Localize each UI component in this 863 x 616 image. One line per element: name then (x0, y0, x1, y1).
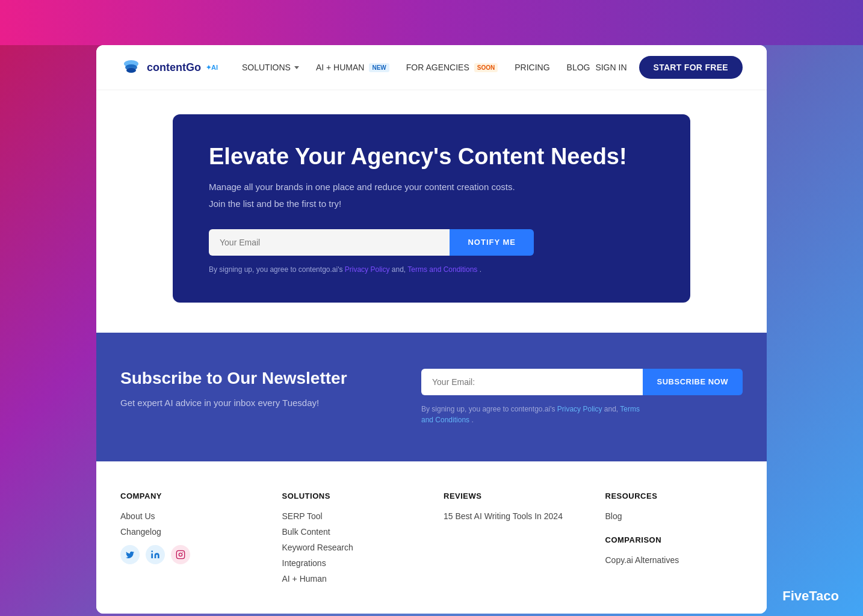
nav-ai-human[interactable]: AI + HUMAN NEW (316, 63, 389, 72)
logo[interactable]: contentGo ✦AI (120, 57, 218, 78)
newsletter-section: Subscribe to Our Newsletter Get expert A… (96, 333, 767, 461)
privacy-policy-link[interactable]: Privacy Policy (345, 265, 390, 274)
newsletter-privacy-link[interactable]: Privacy Policy (557, 405, 602, 413)
footer-ai-human-link[interactable]: AI + Human (282, 574, 420, 584)
footer-solutions-title: SOLUTIONS (282, 491, 420, 500)
svg-rect-4 (176, 550, 184, 558)
agency-desc-2: Join the list and be the first to try! (209, 197, 654, 211)
svg-point-2 (126, 68, 136, 73)
nav-solutions[interactable]: SOLUTIONS (242, 63, 299, 72)
footer-company-title: COMPANY (120, 491, 258, 500)
footer-grid: COMPANY About Us Changelog (120, 491, 743, 590)
navbar: contentGo ✦AI SOLUTIONS AI + HUMAN NEW F… (96, 45, 767, 90)
twitter-icon[interactable] (120, 545, 140, 564)
footer-comparison-title: COMPARISON (605, 535, 743, 544)
footer-copyai-link[interactable]: Copy.ai Alternatives (605, 555, 743, 565)
agency-desc-1: Manage all your brands in one place and … (209, 180, 654, 194)
svg-point-6 (182, 552, 183, 552)
newsletter-right: SUBSCRIBE NOW By signing up, you agree t… (421, 369, 743, 425)
footer-changelog-link[interactable]: Changelog (120, 527, 258, 537)
footer-keyword-link[interactable]: Keyword Research (282, 543, 420, 552)
chevron-down-icon (294, 66, 299, 69)
instagram-icon[interactable] (171, 545, 190, 564)
footer-serp-link[interactable]: SERP Tool (282, 511, 420, 521)
new-badge: NEW (369, 63, 389, 72)
footer-integrations-link[interactable]: Integrations (282, 558, 420, 568)
agency-terms: By signing up, you agree to contentgo.ai… (209, 265, 654, 274)
fivetaco-watermark: FiveTaco (782, 588, 839, 604)
footer-resources-col: RESOURCES Blog COMPARISON Copy.ai Altern… (605, 491, 743, 590)
footer-reviews-title: REVIEWS (444, 491, 581, 500)
social-icons (120, 545, 258, 564)
footer-about-link[interactable]: About Us (120, 511, 258, 521)
nav-pricing[interactable]: PRICING (515, 63, 549, 72)
terms-conditions-link[interactable]: Terms and Conditions (407, 265, 477, 274)
top-strip (0, 0, 863, 45)
logo-ai-badge: ✦AI (206, 64, 218, 72)
agency-form: NOTIFY ME (209, 229, 534, 256)
notify-button[interactable]: NOTIFY ME (450, 229, 534, 256)
newsletter-desc: Get expert AI advice in your inbox every… (120, 398, 373, 408)
newsletter-form: SUBSCRIBE NOW (421, 369, 743, 395)
subscribe-button[interactable]: SUBSCRIBE NOW (643, 369, 743, 395)
page-wrapper: contentGo ✦AI SOLUTIONS AI + HUMAN NEW F… (0, 0, 863, 616)
nav-agencies[interactable]: FOR AGENCIES SOON (406, 63, 498, 72)
linkedin-icon[interactable] (146, 545, 165, 564)
agency-title: Elevate Your Agency's Content Needs! (209, 143, 654, 171)
footer-company-col: COMPANY About Us Changelog (120, 491, 258, 590)
newsletter-terms: By signing up, you agree to contentgo.ai… (421, 404, 650, 425)
newsletter-email-input[interactable] (421, 369, 643, 395)
hero-section: Elevate Your Agency's Content Needs! Man… (96, 90, 767, 333)
agency-email-input[interactable] (209, 229, 450, 256)
nav-blog[interactable]: BLOG (567, 63, 590, 72)
footer-section: COMPANY About Us Changelog (96, 461, 767, 614)
nav-links: SOLUTIONS AI + HUMAN NEW FOR AGENCIES SO… (242, 63, 595, 72)
sign-in-button[interactable]: SIGN IN (595, 63, 626, 72)
footer-bulk-link[interactable]: Bulk Content (282, 527, 420, 537)
start-free-button[interactable]: START FOR FREE (639, 56, 743, 79)
soon-badge: SOON (474, 63, 498, 72)
agency-card: Elevate Your Agency's Content Needs! Man… (173, 114, 690, 303)
logo-icon (120, 57, 142, 78)
newsletter-title: Subscribe to Our Newsletter (120, 369, 373, 388)
footer-resources-title: RESOURCES (605, 491, 743, 500)
main-card: contentGo ✦AI SOLUTIONS AI + HUMAN NEW F… (96, 45, 767, 614)
footer-solutions-col: SOLUTIONS SERP Tool Bulk Content Keyword… (282, 491, 420, 590)
footer-blog-link[interactable]: Blog (605, 511, 743, 521)
logo-text: contentGo (147, 61, 201, 74)
svg-point-3 (151, 550, 153, 552)
svg-point-5 (179, 553, 182, 556)
nav-right: SIGN IN START FOR FREE (595, 56, 743, 79)
footer-best-ai-link[interactable]: 15 Best AI Writing Tools In 2024 (444, 511, 581, 521)
footer-reviews-col: REVIEWS 15 Best AI Writing Tools In 2024 (444, 491, 581, 590)
newsletter-left: Subscribe to Our Newsletter Get expert A… (120, 369, 373, 408)
